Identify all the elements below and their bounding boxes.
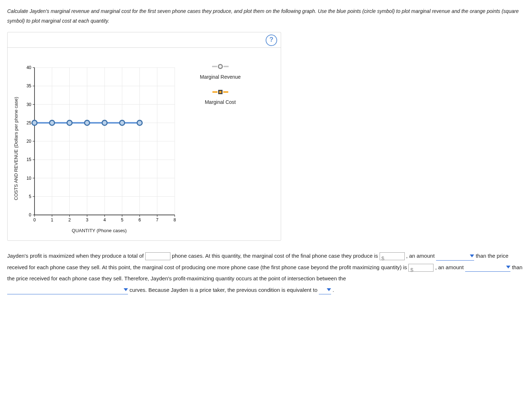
svg-text:35: 35	[27, 83, 32, 88]
legend-mr[interactable]: Marginal Revenue	[200, 64, 241, 80]
svg-text:8: 8	[174, 217, 176, 222]
svg-point-58	[67, 120, 72, 125]
svg-point-61	[120, 120, 125, 125]
svg-text:1: 1	[51, 217, 53, 222]
legend-mc[interactable]: Marginal Cost	[200, 90, 241, 105]
legend-mc-label: Marginal Cost	[200, 99, 241, 105]
chevron-down-icon	[327, 288, 331, 291]
legend: Marginal Revenue Marginal Cost	[200, 64, 241, 233]
quantity-input[interactable]	[145, 252, 170, 260]
panel-toolbar: ?	[8, 32, 281, 48]
amount-compare-dropdown-2[interactable]	[465, 263, 510, 272]
svg-point-59	[84, 120, 90, 125]
q-text: phone cases. At this quantity, the margi…	[172, 253, 380, 259]
svg-point-60	[102, 120, 107, 125]
svg-text:2: 2	[68, 217, 71, 222]
graph-panel: ? COSTS AND REVENUE (Dollars per phone c…	[7, 32, 281, 241]
svg-text:5: 5	[29, 194, 31, 199]
x-axis-label: QUANTITY (Phone cases)	[20, 228, 178, 233]
svg-text:0: 0	[29, 212, 31, 217]
plot-area[interactable]: 0123456780510152025303540	[20, 64, 178, 226]
svg-text:30: 30	[27, 102, 32, 107]
curves-dropdown[interactable]	[7, 286, 128, 294]
svg-text:0: 0	[33, 217, 36, 222]
legend-mc-line-icon	[212, 91, 217, 93]
q-text: curves. Because Jayden is a price taker,…	[129, 287, 319, 293]
y-axis-label: COSTS AND REVENUE (Dollars per phone cas…	[11, 64, 20, 233]
help-icon[interactable]: ?	[266, 35, 277, 46]
svg-point-56	[32, 120, 37, 125]
svg-point-62	[137, 120, 142, 125]
circle-icon	[218, 64, 223, 69]
amount-compare-dropdown-1[interactable]	[436, 252, 474, 261]
legend-mc-line-icon	[223, 91, 228, 93]
condition-dropdown[interactable]	[319, 286, 331, 294]
chevron-down-icon	[470, 254, 474, 257]
square-icon	[218, 90, 223, 94]
legend-mr-line-icon	[212, 66, 217, 67]
q-text: Jayden's profit is maximized when they p…	[7, 253, 145, 259]
chevron-down-icon	[506, 266, 510, 268]
chevron-down-icon	[124, 288, 128, 291]
svg-text:10: 10	[27, 176, 32, 181]
svg-text:5: 5	[121, 217, 123, 222]
q-text: .	[332, 287, 334, 293]
svg-text:25: 25	[27, 120, 32, 125]
svg-text:3: 3	[86, 217, 88, 222]
svg-text:40: 40	[27, 65, 32, 70]
legend-mr-label: Marginal Revenue	[200, 74, 241, 80]
svg-text:7: 7	[156, 217, 159, 222]
q-text: , an amount	[435, 264, 465, 270]
question-text: Jayden's profit is maximized when they p…	[7, 250, 525, 295]
mc-next-input[interactable]: $	[408, 264, 434, 272]
instruction-text: Calculate Jayden's marginal revenue and …	[7, 6, 525, 26]
svg-text:6: 6	[138, 217, 141, 222]
svg-text:15: 15	[27, 157, 32, 162]
legend-mr-line-icon	[224, 66, 229, 67]
mc-final-input[interactable]: $	[380, 252, 405, 260]
svg-text:20: 20	[27, 139, 32, 144]
q-text: , an amount	[406, 253, 436, 259]
svg-text:4: 4	[104, 217, 106, 222]
svg-point-57	[50, 120, 55, 125]
